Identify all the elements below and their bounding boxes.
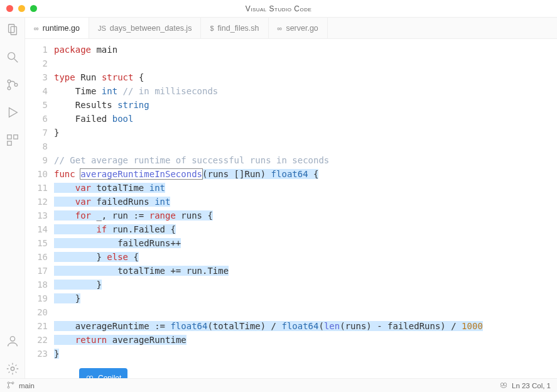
explorer-icon[interactable]	[6, 23, 19, 39]
line-number: 6	[25, 112, 48, 126]
svg-rect-9	[13, 135, 17, 139]
line-number: 3	[25, 70, 48, 84]
code-line[interactable]: totalTime += run.Time	[54, 264, 557, 278]
branch-name[interactable]: main	[19, 382, 35, 389]
tab-runtime-go[interactable]: ∞runtime.go	[25, 18, 89, 38]
code-line[interactable]: return averageRuntime	[54, 333, 557, 347]
line-number: 7	[25, 126, 48, 139]
svg-point-5	[8, 87, 11, 90]
tab-server-go[interactable]: ∞server.go	[269, 18, 328, 38]
code-line[interactable]: Time int // in milliseconds	[54, 84, 557, 98]
tab-label: runtime.go	[43, 24, 80, 33]
code-line[interactable]: func averageRuntimeInSeconds(runs []Run)…	[54, 167, 557, 181]
code-line[interactable]: type Run struct {	[54, 70, 557, 84]
extensions-icon[interactable]	[6, 133, 19, 150]
svg-rect-0	[8, 24, 14, 33]
line-number: 12	[25, 195, 48, 209]
code-line[interactable]: var totalTime int	[54, 181, 557, 195]
editor-group: ∞runtime.goJSdays_between_dates.js$find_…	[25, 18, 557, 378]
code-line[interactable]: Results string	[54, 98, 557, 112]
svg-point-4	[8, 80, 11, 83]
svg-rect-1	[11, 26, 16, 35]
code-line[interactable]	[54, 305, 557, 319]
line-number: 19	[25, 291, 48, 305]
window-title: Visual Studio Code	[0, 4, 557, 13]
svg-point-11	[10, 337, 14, 341]
svg-line-3	[14, 59, 18, 63]
activity-bar	[0, 18, 25, 378]
line-number: 16	[25, 250, 48, 264]
line-number: 1	[25, 43, 48, 57]
line-number: 23	[25, 347, 48, 361]
tab-label: days_between_dates.js	[110, 24, 192, 33]
svg-rect-10	[7, 141, 11, 145]
code-line[interactable]: }	[54, 278, 557, 291]
svg-point-16	[8, 386, 9, 388]
svg-point-6	[14, 84, 18, 87]
go-file-icon: ∞	[278, 24, 283, 32]
line-number: 4	[25, 84, 48, 98]
line-number-gutter: 1234567891011121314151617181920212223	[25, 43, 54, 378]
line-number: 22	[25, 333, 48, 347]
code-editor[interactable]: 1234567891011121314151617181920212223 pa…	[25, 39, 557, 378]
code-line[interactable]: failedRuns++	[54, 236, 557, 250]
branch-icon[interactable]	[6, 381, 15, 391]
source-control-icon[interactable]	[6, 78, 19, 94]
line-number: 10	[25, 167, 48, 181]
copilot-button[interactable]: Copilot	[79, 368, 127, 378]
svg-rect-8	[7, 135, 11, 139]
search-icon[interactable]	[6, 50, 19, 67]
tab-days-between-dates-js[interactable]: JSdays_between_dates.js	[89, 18, 202, 38]
copilot-label: Copilot	[98, 371, 121, 378]
line-number: 13	[25, 209, 48, 222]
sh-file-icon: $	[210, 24, 214, 32]
accounts-icon[interactable]	[6, 334, 19, 351]
status-bar: main Ln 23 Col, 1	[0, 378, 557, 392]
tab-label: server.go	[286, 24, 318, 33]
code-line[interactable]	[54, 139, 557, 153]
svg-point-2	[8, 53, 14, 60]
code-line[interactable]: }	[54, 347, 557, 361]
run-debug-icon[interactable]	[6, 106, 19, 122]
code-line[interactable]: averageRuntime := float64(totalTime) / f…	[54, 319, 557, 333]
code-line[interactable]: Failed bool	[54, 112, 557, 126]
code-area[interactable]: package maintype Run struct { Time int /…	[54, 43, 557, 378]
titlebar: Visual Studio Code	[0, 0, 557, 18]
svg-point-12	[11, 367, 14, 371]
line-number: 8	[25, 139, 48, 153]
code-line[interactable]: }	[54, 126, 557, 139]
tab-bar: ∞runtime.goJSdays_between_dates.js$find_…	[25, 18, 557, 39]
svg-marker-7	[9, 108, 17, 117]
code-line[interactable]	[54, 57, 557, 70]
code-line[interactable]: if run.Failed {	[54, 222, 557, 236]
code-line[interactable]: for _, run := range runs {	[54, 209, 557, 222]
svg-point-13	[87, 376, 90, 379]
line-number: 2	[25, 57, 48, 70]
app-window: Visual Studio Code ∞runtime.goJSdays_bet…	[0, 0, 557, 392]
line-number: 18	[25, 278, 48, 291]
line-number: 5	[25, 98, 48, 112]
line-number: 21	[25, 319, 48, 333]
svg-point-19	[504, 383, 507, 386]
code-line[interactable]: }	[54, 291, 557, 305]
line-number: 15	[25, 236, 48, 250]
code-line[interactable]: } else {	[54, 250, 557, 264]
code-line[interactable]: var failedRuns int	[54, 195, 557, 209]
tab-label: find_files.sh	[218, 24, 259, 33]
line-number: 9	[25, 153, 48, 167]
svg-point-14	[90, 376, 93, 379]
go-file-icon: ∞	[34, 24, 39, 32]
line-number: 11	[25, 181, 48, 195]
code-line[interactable]: package main	[54, 43, 557, 57]
code-line[interactable]: // Get average runtime of successful run…	[54, 153, 557, 167]
svg-point-15	[8, 382, 9, 384]
svg-point-18	[500, 383, 504, 386]
copilot-status-icon[interactable]	[499, 381, 508, 391]
js-file-icon: JS	[98, 24, 106, 32]
tab-find-files-sh[interactable]: $find_files.sh	[201, 18, 268, 38]
line-number: 14	[25, 222, 48, 236]
settings-gear-icon[interactable]	[6, 362, 19, 378]
cursor-position[interactable]: Ln 23 Col, 1	[512, 382, 551, 389]
line-number: 20	[25, 305, 48, 319]
line-number: 17	[25, 264, 48, 278]
